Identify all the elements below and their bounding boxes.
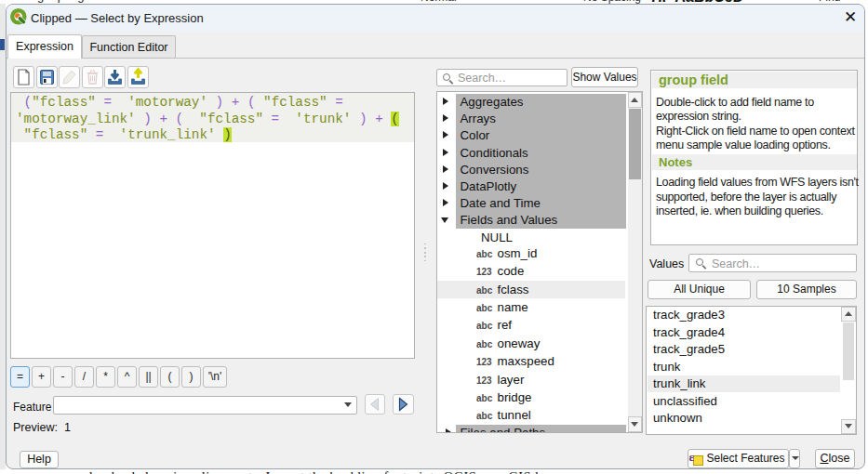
svg-text:ε: ε — [689, 451, 695, 464]
